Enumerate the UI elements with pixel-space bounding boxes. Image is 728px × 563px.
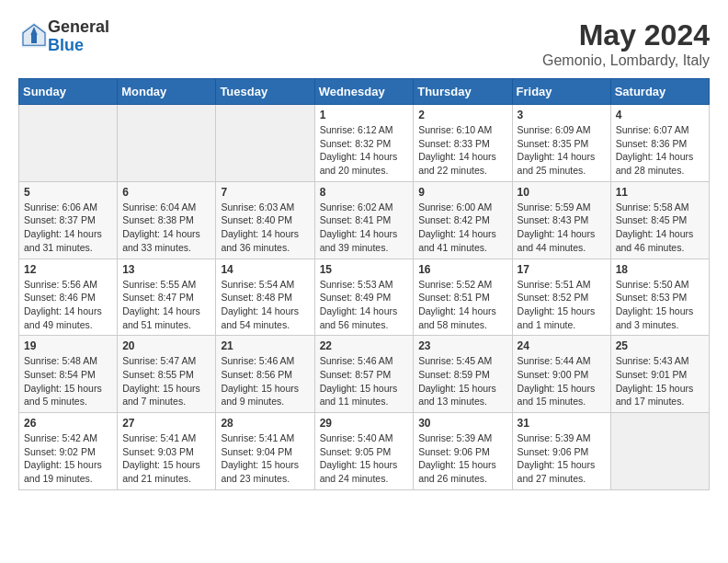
day-info: Sunrise: 5:50 AM Sunset: 8:53 PM Dayligh… [616, 278, 704, 332]
calendar-cell [216, 105, 314, 182]
day-info: Sunrise: 5:47 AM Sunset: 8:55 PM Dayligh… [122, 354, 210, 408]
calendar-cell: 3Sunrise: 6:09 AM Sunset: 8:35 PM Daylig… [512, 105, 610, 182]
calendar-cell: 26Sunrise: 5:42 AM Sunset: 9:02 PM Dayli… [19, 413, 118, 490]
day-number: 16 [418, 263, 506, 276]
calendar-cell: 5Sunrise: 6:06 AM Sunset: 8:37 PM Daylig… [19, 181, 118, 259]
day-info: Sunrise: 5:56 AM Sunset: 8:46 PM Dayligh… [24, 278, 112, 332]
day-number: 14 [221, 263, 309, 276]
day-number: 6 [122, 186, 210, 199]
calendar-cell: 9Sunrise: 6:00 AM Sunset: 8:42 PM Daylig… [414, 181, 512, 259]
logo-icon [20, 21, 48, 49]
day-info: Sunrise: 5:55 AM Sunset: 8:47 PM Dayligh… [122, 278, 210, 332]
calendar-week-row: 19Sunrise: 5:48 AM Sunset: 8:54 PM Dayli… [19, 336, 710, 413]
weekday-header: Thursday [414, 79, 512, 105]
day-info: Sunrise: 5:43 AM Sunset: 9:01 PM Dayligh… [616, 354, 704, 408]
day-number: 1 [320, 109, 409, 121]
calendar-cell: 22Sunrise: 5:46 AM Sunset: 8:57 PM Dayli… [314, 336, 414, 413]
day-number: 18 [616, 263, 704, 276]
day-number: 17 [518, 263, 606, 276]
day-info: Sunrise: 5:42 AM Sunset: 9:02 PM Dayligh… [24, 431, 112, 486]
day-info: Sunrise: 6:12 AM Sunset: 8:32 PM Dayligh… [320, 123, 409, 178]
day-number: 25 [616, 339, 704, 352]
calendar-cell: 29Sunrise: 5:40 AM Sunset: 9:05 PM Dayli… [314, 413, 414, 490]
calendar-cell: 13Sunrise: 5:55 AM Sunset: 8:47 PM Dayli… [118, 259, 216, 336]
calendar-cell: 10Sunrise: 5:59 AM Sunset: 8:43 PM Dayli… [512, 181, 610, 259]
day-number: 3 [518, 109, 606, 121]
logo-general: General [48, 17, 109, 36]
day-number: 12 [24, 263, 112, 276]
calendar-cell: 12Sunrise: 5:56 AM Sunset: 8:46 PM Dayli… [19, 259, 118, 336]
day-number: 7 [221, 186, 309, 199]
calendar-cell: 2Sunrise: 6:10 AM Sunset: 8:33 PM Daylig… [414, 105, 512, 182]
day-info: Sunrise: 5:46 AM Sunset: 8:57 PM Dayligh… [320, 354, 409, 408]
calendar-week-row: 12Sunrise: 5:56 AM Sunset: 8:46 PM Dayli… [19, 259, 710, 336]
day-number: 31 [518, 417, 606, 430]
calendar-cell: 25Sunrise: 5:43 AM Sunset: 9:01 PM Dayli… [610, 336, 709, 413]
day-number: 11 [616, 186, 704, 199]
day-number: 22 [320, 339, 409, 352]
calendar-table: SundayMondayTuesdayWednesdayThursdayFrid… [18, 78, 710, 490]
day-info: Sunrise: 5:41 AM Sunset: 9:04 PM Dayligh… [221, 431, 309, 486]
day-number: 9 [418, 186, 506, 199]
svg-rect-3 [31, 35, 37, 43]
weekday-header: Tuesday [216, 79, 314, 105]
day-info: Sunrise: 5:39 AM Sunset: 9:06 PM Dayligh… [418, 431, 506, 486]
calendar-cell [118, 105, 216, 182]
day-number: 24 [518, 339, 606, 352]
weekday-header: Saturday [610, 79, 709, 105]
day-info: Sunrise: 5:44 AM Sunset: 9:00 PM Dayligh… [518, 354, 606, 408]
calendar-cell: 21Sunrise: 5:46 AM Sunset: 8:56 PM Dayli… [216, 336, 314, 413]
day-info: Sunrise: 6:04 AM Sunset: 8:38 PM Dayligh… [122, 201, 210, 255]
logo-text: General Blue [48, 18, 109, 55]
calendar-week-row: 26Sunrise: 5:42 AM Sunset: 9:02 PM Dayli… [19, 413, 710, 490]
calendar-cell: 11Sunrise: 5:58 AM Sunset: 8:45 PM Dayli… [610, 181, 709, 259]
page-header: General Blue May 2024 Gemonio, Lombardy,… [18, 18, 710, 69]
day-number: 8 [320, 186, 409, 199]
day-info: Sunrise: 5:54 AM Sunset: 8:48 PM Dayligh… [221, 278, 309, 332]
calendar-cell: 1Sunrise: 6:12 AM Sunset: 8:32 PM Daylig… [314, 105, 414, 182]
logo: General Blue [18, 18, 109, 55]
weekday-header: Monday [118, 79, 216, 105]
weekday-header: Wednesday [314, 79, 414, 105]
day-info: Sunrise: 5:58 AM Sunset: 8:45 PM Dayligh… [616, 201, 704, 255]
day-info: Sunrise: 5:59 AM Sunset: 8:43 PM Dayligh… [518, 201, 606, 255]
month-title: May 2024 [542, 18, 710, 52]
calendar-cell: 20Sunrise: 5:47 AM Sunset: 8:55 PM Dayli… [118, 336, 216, 413]
day-number: 20 [122, 339, 210, 352]
location: Gemonio, Lombardy, Italy [542, 52, 710, 69]
weekday-header: Friday [512, 79, 610, 105]
day-info: Sunrise: 5:40 AM Sunset: 9:05 PM Dayligh… [320, 431, 409, 486]
calendar-cell: 14Sunrise: 5:54 AM Sunset: 8:48 PM Dayli… [216, 259, 314, 336]
day-info: Sunrise: 5:46 AM Sunset: 8:56 PM Dayligh… [221, 354, 309, 408]
day-number: 26 [24, 417, 112, 430]
calendar-cell: 7Sunrise: 6:03 AM Sunset: 8:40 PM Daylig… [216, 181, 314, 259]
calendar-cell: 23Sunrise: 5:45 AM Sunset: 8:59 PM Dayli… [414, 336, 512, 413]
calendar-cell: 16Sunrise: 5:52 AM Sunset: 8:51 PM Dayli… [414, 259, 512, 336]
calendar-cell: 17Sunrise: 5:51 AM Sunset: 8:52 PM Dayli… [512, 259, 610, 336]
day-info: Sunrise: 6:07 AM Sunset: 8:36 PM Dayligh… [616, 123, 704, 178]
calendar-cell: 19Sunrise: 5:48 AM Sunset: 8:54 PM Dayli… [19, 336, 118, 413]
calendar-week-row: 1Sunrise: 6:12 AM Sunset: 8:32 PM Daylig… [19, 105, 710, 182]
day-number: 10 [518, 186, 606, 199]
weekday-header: Sunday [19, 79, 118, 105]
day-number: 5 [24, 186, 112, 199]
calendar-cell [19, 105, 118, 182]
calendar-cell: 27Sunrise: 5:41 AM Sunset: 9:03 PM Dayli… [118, 413, 216, 490]
calendar-cell: 6Sunrise: 6:04 AM Sunset: 8:38 PM Daylig… [118, 181, 216, 259]
calendar-cell: 15Sunrise: 5:53 AM Sunset: 8:49 PM Dayli… [314, 259, 414, 336]
day-number: 13 [122, 263, 210, 276]
day-info: Sunrise: 5:53 AM Sunset: 8:49 PM Dayligh… [320, 278, 409, 332]
day-number: 29 [320, 417, 409, 430]
calendar-cell: 28Sunrise: 5:41 AM Sunset: 9:04 PM Dayli… [216, 413, 314, 490]
day-number: 21 [221, 339, 309, 352]
calendar-cell: 31Sunrise: 5:39 AM Sunset: 9:06 PM Dayli… [512, 413, 610, 490]
day-info: Sunrise: 6:00 AM Sunset: 8:42 PM Dayligh… [418, 201, 506, 255]
title-area: May 2024 Gemonio, Lombardy, Italy [542, 18, 710, 69]
day-number: 27 [122, 417, 210, 430]
calendar-cell: 8Sunrise: 6:02 AM Sunset: 8:41 PM Daylig… [314, 181, 414, 259]
calendar-cell: 30Sunrise: 5:39 AM Sunset: 9:06 PM Dayli… [414, 413, 512, 490]
day-info: Sunrise: 5:39 AM Sunset: 9:06 PM Dayligh… [518, 431, 606, 486]
calendar-cell: 4Sunrise: 6:07 AM Sunset: 8:36 PM Daylig… [610, 105, 709, 182]
day-info: Sunrise: 6:06 AM Sunset: 8:37 PM Dayligh… [24, 201, 112, 255]
day-info: Sunrise: 6:02 AM Sunset: 8:41 PM Dayligh… [320, 201, 409, 255]
